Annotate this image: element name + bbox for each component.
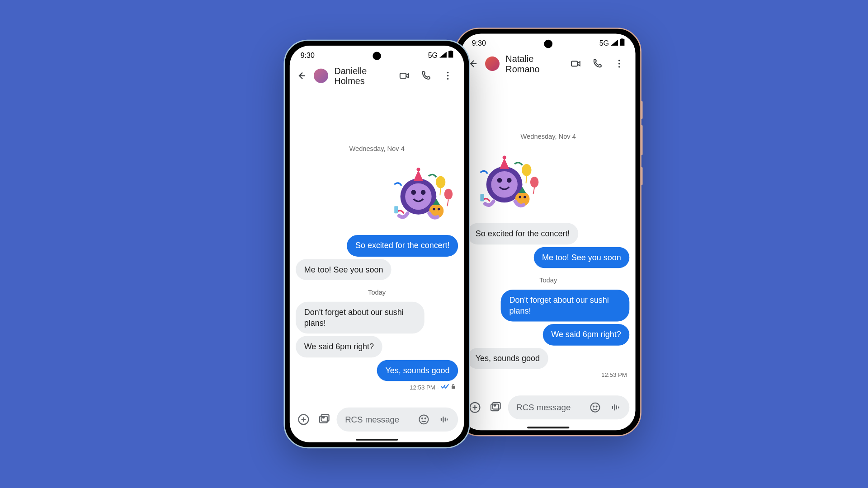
call-button[interactable] <box>420 69 433 82</box>
messages-list[interactable]: Wednesday, Nov 4 <box>290 89 464 404</box>
call-button[interactable] <box>591 57 604 70</box>
messages-list[interactable]: Wednesday, Nov 4 <box>461 78 636 392</box>
svg-point-48 <box>438 208 440 210</box>
back-button[interactable] <box>294 69 307 82</box>
status-time: 9:30 <box>301 51 315 59</box>
svg-marker-10 <box>500 158 509 169</box>
emoji-button[interactable] <box>587 399 603 415</box>
message-sent[interactable]: So excited for the concert! <box>347 235 458 256</box>
voice-button[interactable] <box>436 412 452 427</box>
status-time: 9:30 <box>472 39 486 47</box>
svg-point-62 <box>419 415 428 424</box>
svg-point-11 <box>503 155 506 159</box>
message-sent[interactable]: Me too! See you soon <box>533 247 629 268</box>
date-separator: Today <box>466 277 630 284</box>
read-receipt-icon <box>441 384 449 391</box>
message-status: 12:53 PM <box>601 371 627 378</box>
video-call-button[interactable] <box>569 57 582 70</box>
gallery-button[interactable] <box>316 412 332 427</box>
svg-point-29 <box>596 406 597 407</box>
message-received[interactable]: Me too! See you soon <box>296 259 392 280</box>
svg-rect-35 <box>450 51 452 52</box>
svg-point-16 <box>522 164 531 176</box>
svg-point-8 <box>497 178 502 183</box>
date-separator: Wednesday, Nov 4 <box>294 145 459 152</box>
svg-point-63 <box>422 418 423 419</box>
contact-name[interactable]: Natalie Romano <box>505 53 563 74</box>
more-button[interactable] <box>441 69 454 82</box>
contact-avatar[interactable] <box>314 69 328 83</box>
svg-rect-33 <box>618 407 619 408</box>
message-sent[interactable]: Don't forget about our sushi plans! <box>501 290 629 322</box>
add-button[interactable] <box>296 412 311 427</box>
message-status: 12:53 PM · <box>410 384 456 391</box>
svg-rect-66 <box>443 417 443 422</box>
more-button[interactable] <box>613 57 626 70</box>
svg-rect-30 <box>612 406 613 409</box>
svg-point-42 <box>411 190 416 195</box>
svg-point-39 <box>447 78 449 80</box>
network-label: 5G <box>599 39 609 47</box>
svg-rect-54 <box>394 206 398 213</box>
battery-icon <box>448 51 453 60</box>
svg-point-52 <box>444 189 453 200</box>
message-received[interactable]: We said 6pm right? <box>296 336 382 357</box>
app-bar: Danielle Holmes <box>290 62 464 89</box>
gallery-button[interactable] <box>487 399 503 415</box>
party-sticker[interactable] <box>383 159 456 231</box>
lock-icon <box>451 384 456 391</box>
voice-button[interactable] <box>608 399 623 415</box>
svg-point-50 <box>436 176 445 188</box>
svg-point-18 <box>530 177 539 188</box>
nav-handle[interactable] <box>461 424 636 430</box>
party-sticker[interactable] <box>469 147 542 220</box>
signal-icon <box>439 51 447 59</box>
svg-rect-34 <box>448 51 453 58</box>
svg-line-51 <box>440 188 440 195</box>
phone-front: 9:30 5G Danielle Holmes We <box>284 40 470 448</box>
svg-point-4 <box>618 63 620 65</box>
svg-point-27 <box>590 403 599 412</box>
svg-rect-32 <box>616 405 617 409</box>
svg-rect-65 <box>441 418 442 421</box>
svg-rect-31 <box>614 404 615 410</box>
message-received[interactable]: Don't forget about our sushi plans! <box>296 302 424 334</box>
emoji-button[interactable] <box>416 412 432 427</box>
signal-icon <box>611 39 618 47</box>
svg-point-61 <box>323 417 325 418</box>
message-received[interactable]: So excited for the concert! <box>467 223 578 244</box>
svg-line-53 <box>447 200 448 206</box>
video-call-button[interactable] <box>398 69 411 82</box>
svg-point-7 <box>491 171 518 198</box>
svg-point-3 <box>618 60 620 61</box>
svg-rect-0 <box>620 39 625 46</box>
svg-line-17 <box>526 176 526 183</box>
svg-rect-1 <box>621 38 623 40</box>
nav-handle[interactable] <box>290 436 464 442</box>
date-separator: Wednesday, Nov 4 <box>466 133 630 140</box>
contact-name[interactable]: Danielle Holmes <box>334 66 392 86</box>
svg-point-28 <box>593 406 594 407</box>
svg-rect-55 <box>452 386 455 389</box>
message-received[interactable]: Yes, sounds good <box>467 348 548 369</box>
svg-line-19 <box>533 188 534 194</box>
svg-point-26 <box>494 404 496 406</box>
message-sent[interactable]: Yes, sounds good <box>377 360 458 381</box>
svg-rect-2 <box>571 61 577 66</box>
camera-notch <box>373 52 381 60</box>
battery-icon <box>620 38 625 47</box>
svg-rect-67 <box>445 418 446 422</box>
date-separator: Today <box>294 289 459 296</box>
svg-point-13 <box>519 196 521 198</box>
svg-marker-44 <box>414 170 423 181</box>
message-sent[interactable]: We said 6pm right? <box>543 324 630 345</box>
message-input[interactable]: RCS message <box>337 408 458 432</box>
input-placeholder: RCS message <box>516 403 582 412</box>
camera-notch <box>544 40 552 48</box>
contact-avatar[interactable] <box>485 56 500 71</box>
svg-point-45 <box>416 168 420 171</box>
svg-point-47 <box>433 208 435 210</box>
message-input[interactable]: RCS message <box>508 395 630 419</box>
svg-point-43 <box>421 190 426 195</box>
composer: RCS message <box>290 404 464 436</box>
